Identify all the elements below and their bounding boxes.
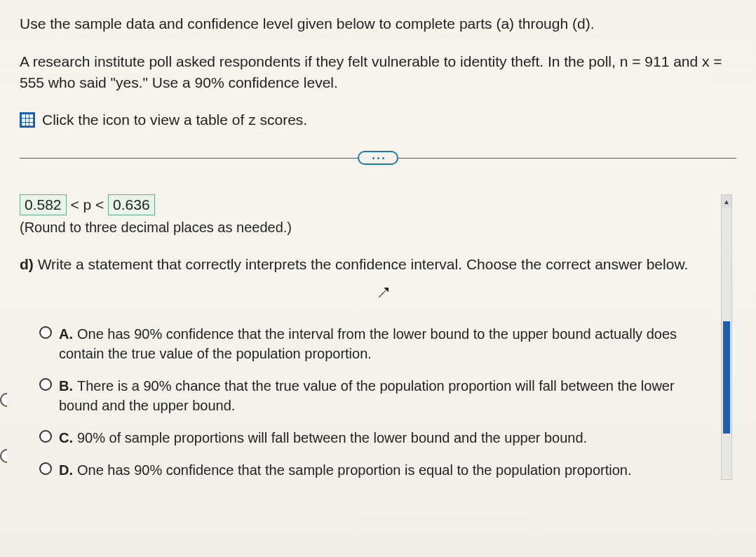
scrollbar[interactable]: ▲: [721, 194, 732, 480]
part-d-prompt: d) Write a statement that correctly inte…: [20, 254, 711, 275]
option-b-letter: B.: [59, 378, 73, 394]
radio-b[interactable]: [39, 378, 52, 391]
radio-c[interactable]: [39, 430, 52, 443]
radio-a[interactable]: [39, 326, 52, 339]
confidence-interval: 0.582 < p < 0.636: [20, 194, 711, 215]
option-d-label: D.One has 90% confidence that the sample…: [59, 460, 632, 480]
option-d[interactable]: D.One has 90% confidence that the sample…: [39, 460, 711, 480]
ci-upper-value: 0.636: [108, 194, 155, 215]
cursor-icon: ⭧: [376, 283, 756, 302]
section-divider: [20, 149, 736, 166]
option-a-text: One has 90% confidence that the interval…: [59, 326, 677, 361]
option-c-letter: C.: [59, 430, 73, 445]
option-a-label: A.One has 90% confidence that the interv…: [59, 324, 711, 363]
z-link-text: Click the icon to view a table of z scor…: [42, 112, 307, 128]
option-d-letter: D.: [59, 462, 73, 478]
part-d-text: Write a statement that correctly interpr…: [34, 256, 688, 272]
answer-area: ▲ 0.582 < p < 0.636 (Round to three deci…: [20, 194, 736, 480]
option-a[interactable]: A.One has 90% confidence that the interv…: [39, 324, 711, 363]
table-icon: [20, 112, 35, 128]
rounding-note: (Round to three decimal places as needed…: [20, 220, 711, 236]
option-b[interactable]: B.There is a 90% chance that the true va…: [39, 376, 711, 415]
part-d-label: d): [20, 256, 34, 272]
option-c-text: 90% of sample proportions will fall betw…: [77, 430, 587, 445]
option-d-text: One has 90% confidence that the sample p…: [77, 462, 632, 478]
question-page: Use the sample data and confidence level…: [0, 0, 756, 557]
option-b-text: There is a 90% chance that the true valu…: [59, 378, 675, 413]
scroll-thumb[interactable]: [723, 321, 730, 434]
ci-lower-value: 0.582: [20, 194, 67, 215]
option-c[interactable]: C.90% of sample proportions will fall be…: [39, 428, 711, 448]
options-group: A.One has 90% confidence that the interv…: [39, 324, 711, 480]
scenario-text: A research institute poll asked responde…: [20, 51, 736, 94]
ci-inequality: < p <: [67, 196, 109, 213]
z-table-link[interactable]: Click the icon to view a table of z scor…: [20, 112, 736, 128]
scroll-up-icon[interactable]: ▲: [722, 195, 731, 208]
intro-text: Use the sample data and confidence level…: [20, 13, 736, 36]
option-b-label: B.There is a 90% chance that the true va…: [59, 376, 711, 415]
expand-button[interactable]: [358, 151, 398, 165]
radio-d[interactable]: [39, 462, 52, 475]
left-edge-fragments: [0, 393, 6, 519]
option-c-label: C.90% of sample proportions will fall be…: [59, 428, 587, 448]
option-a-letter: A.: [59, 326, 73, 342]
